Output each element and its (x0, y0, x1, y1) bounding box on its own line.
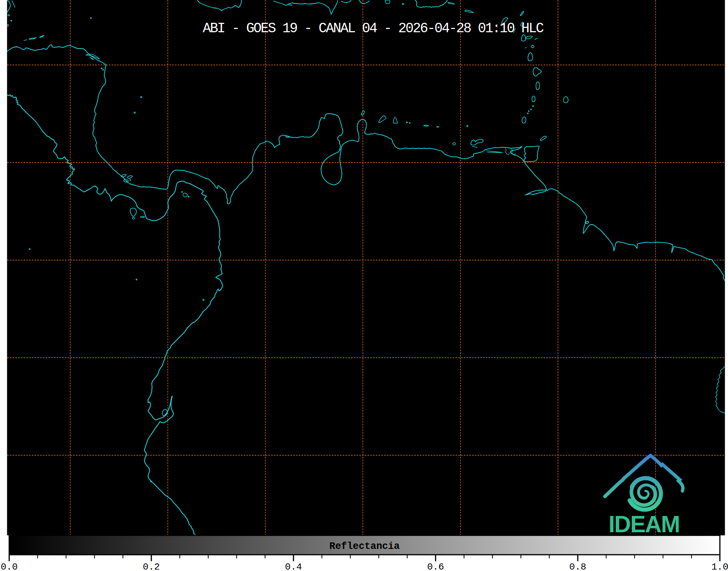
svg-text:Reflectancia: Reflectancia (329, 541, 400, 552)
svg-text:0.4: 0.4 (285, 562, 302, 571)
svg-text:1.0: 1.0 (711, 562, 728, 571)
svg-text:ABI - GOES 19 - CANAL 04 - 202: ABI - GOES 19 - CANAL 04 - 2026-04-28 01… (203, 21, 544, 36)
svg-text:0.8: 0.8 (569, 562, 586, 571)
svg-text:0.2: 0.2 (143, 562, 160, 571)
svg-text:IDEAM: IDEAM (609, 511, 679, 537)
svg-text:0.0: 0.0 (1, 562, 18, 571)
svg-text:0.6: 0.6 (427, 562, 444, 571)
